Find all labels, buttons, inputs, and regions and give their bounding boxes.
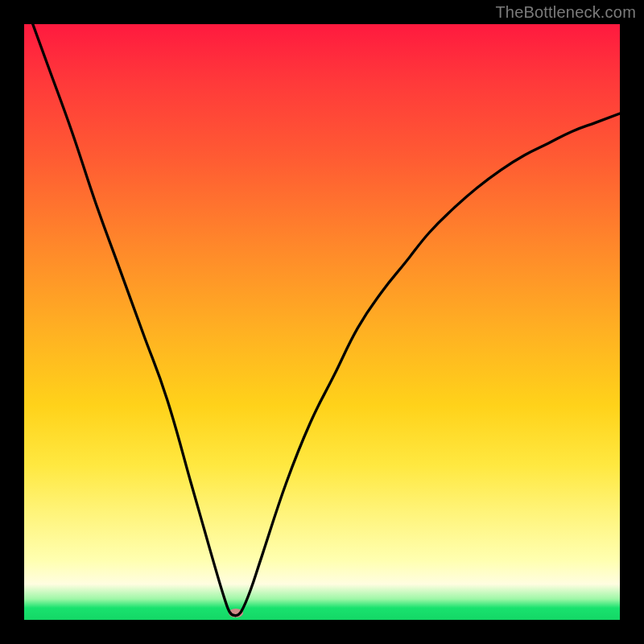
plot-area (24, 24, 620, 620)
bottleneck-curve-svg (24, 24, 620, 620)
chart-root: TheBottleneck.com (0, 0, 644, 644)
watermark-text: TheBottleneck.com (495, 3, 636, 22)
bottleneck-curve-path (24, 24, 620, 616)
